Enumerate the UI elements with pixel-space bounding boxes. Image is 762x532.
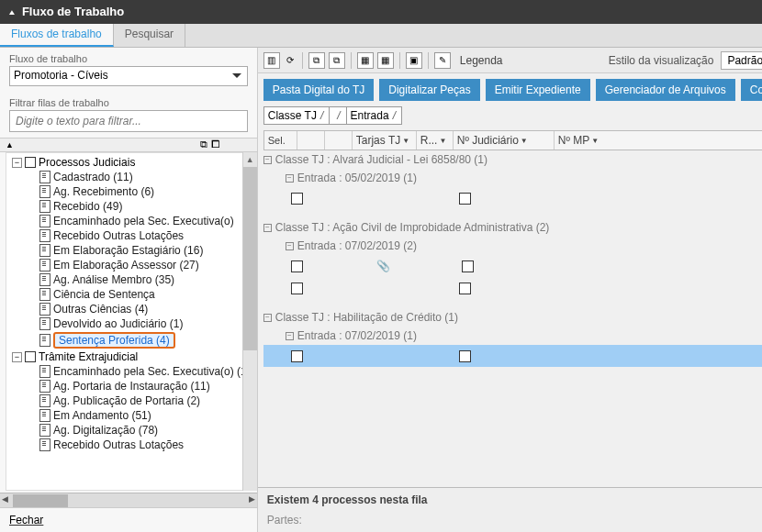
filter-queues-input[interactable] (9, 110, 248, 132)
digitalizar-button[interactable]: Digitalizar Peças (379, 79, 479, 101)
tree-tool-icons[interactable]: ⧉ ⧠ (200, 139, 220, 150)
filter-chips: Classe TJ/ / Entrada/ (258, 101, 762, 125)
tree-item[interactable]: Encaminhado pela Sec. Executiva(o) (36, 214, 251, 228)
col-nmp[interactable]: Nº MP▼ (555, 131, 762, 150)
col-sel[interactable]: Sel. (264, 131, 297, 150)
workflow-select[interactable]: Promotoria - Cíveis (9, 66, 248, 86)
tree-item[interactable]: Ciência de Sentença (36, 287, 251, 302)
tree-item[interactable]: Em Elaboração Estagiário (16) (36, 243, 251, 258)
tree-root[interactable]: − Processos Judiciais (8, 155, 251, 170)
row-checkbox[interactable] (291, 260, 303, 272)
toolbar-icon-2[interactable]: ⧉ (308, 52, 325, 69)
tree-item[interactable]: Ag. Digitalização (78) (36, 423, 251, 438)
document-icon (39, 334, 50, 347)
tree-item[interactable]: Em Elaboração Assessor (27) (36, 258, 251, 272)
document-icon (39, 394, 50, 407)
filter-queues-label: Filtrar filas de trabalho (9, 97, 248, 108)
workflow-tree[interactable]: − Processos Judiciais Cadastrado (11) Ag… (6, 152, 252, 491)
attachment-icon: 📎 (376, 260, 390, 272)
viz-style-label: Estilo da visualização (609, 54, 714, 67)
filter-classe-close[interactable]: / (330, 106, 346, 125)
group-entrada-1[interactable]: −Entrada : 05/02/2019 (1) (263, 169, 762, 187)
tree-item[interactable]: Cadastrado (11) (36, 170, 251, 184)
right-panel: ▥ ⟳ ⧉ ⧉ ▦ ▦ ▣ ✎ Legenda Estilo da visual… (258, 48, 762, 532)
toolbar-icon-5[interactable]: ▦ (377, 52, 394, 69)
col-blank2[interactable] (325, 131, 353, 150)
legend-label[interactable]: Legenda (460, 54, 503, 67)
window-title: Fluxo de Trabalho (0, 0, 762, 24)
toolbar-icon-6[interactable]: ▣ (406, 52, 422, 69)
col-blank1[interactable] (297, 131, 325, 150)
toolbar-icon-1[interactable]: ▥ (263, 52, 280, 69)
toolbar-icon-7[interactable]: ✎ (434, 52, 451, 69)
group-classe-2[interactable]: −Classe TJ : Ação Civil de Improbidade A… (263, 218, 762, 237)
data-row[interactable] (263, 277, 762, 299)
col-njud[interactable]: Nº Judiciário▼ (454, 131, 555, 150)
data-row-selected[interactable] (263, 345, 762, 367)
emitir-button[interactable]: Emitir Expediente (486, 79, 590, 101)
tree-item[interactable]: Recebido (49) (36, 199, 251, 214)
group-entrada-2[interactable]: −Entrada : 07/02/2019 (2) (263, 237, 762, 255)
data-row[interactable] (263, 187, 762, 209)
tree-item[interactable]: Ag. Análise Membro (35) (36, 272, 251, 287)
list-header: Sel. Tarjas TJ▼ R...▼ Nº Judiciário▼ Nº … (263, 130, 762, 150)
document-icon (39, 273, 50, 286)
collapse-icon[interactable]: − (12, 158, 22, 168)
tree-item[interactable]: Outras Ciências (4) (36, 302, 251, 316)
document-icon (39, 259, 50, 272)
pasta-digital-button[interactable]: Pasta Digital do TJ (263, 79, 375, 101)
group-classe-1[interactable]: −Classe TJ : Alvará Judicial - Lei 6858/… (263, 150, 762, 169)
tree-item[interactable]: Sentença Proferida (4) (36, 331, 251, 349)
row-checkbox2[interactable] (459, 283, 471, 294)
overflow-button[interactable]: Co (741, 79, 762, 101)
row-checkbox2[interactable] (462, 260, 474, 272)
tree-item[interactable]: Devolvido ao Judiciário (1) (36, 316, 251, 331)
right-toolbar: ▥ ⟳ ⧉ ⧉ ▦ ▦ ▣ ✎ Legenda Estilo da visual… (258, 48, 762, 73)
col-tarjas[interactable]: Tarjas TJ▼ (353, 131, 417, 150)
tree-item[interactable]: Ag. Publicação de Portaria (2) (36, 393, 251, 408)
toolbar-icon-3[interactable]: ⧉ (329, 52, 345, 69)
tree-item[interactable]: Encaminhado pela Sec. Executiva(o) (1) (36, 364, 251, 379)
status-count: Existem 4 processos nesta fila (258, 487, 762, 512)
list-body: −Classe TJ : Alvará Judicial - Lei 6858/… (263, 150, 762, 487)
document-icon (39, 380, 50, 393)
tree-item[interactable]: Em Andamento (51) (36, 408, 251, 423)
document-icon (39, 409, 50, 422)
viz-style-select[interactable]: Padrão (721, 51, 762, 70)
left-panel: Fluxo de trabalho Promotoria - Cíveis Fi… (0, 48, 258, 532)
tab-fluxos[interactable]: Fluxos de trabalho (0, 24, 114, 47)
filter-entrada[interactable]: Entrada/ (346, 106, 402, 125)
refresh-icon[interactable]: ⟳ (284, 52, 297, 69)
status-partes: Partes: (258, 512, 762, 532)
col-r[interactable]: R...▼ (417, 131, 454, 150)
gerenciador-button[interactable]: Gerenciador de Arquivos (596, 79, 735, 101)
tab-bar: Fluxos de trabalho Pesquisar (0, 24, 762, 48)
collapse-icon[interactable]: ▲ (6, 140, 14, 150)
group-classe-3[interactable]: −Classe TJ : Habilitação de Crédito (1) (263, 308, 762, 327)
workflow-label: Fluxo de trabalho (9, 53, 248, 64)
document-icon (39, 303, 50, 316)
row-checkbox[interactable] (291, 283, 303, 294)
row-checkbox2[interactable] (459, 350, 471, 362)
tree-hscroll[interactable] (0, 493, 257, 507)
group-entrada-3[interactable]: −Entrada : 07/02/2019 (1) (263, 327, 762, 345)
tree-scrollbar[interactable]: ▲ (242, 152, 257, 491)
row-checkbox2[interactable] (459, 193, 471, 205)
data-row[interactable]: 📎 (263, 255, 762, 277)
row-checkbox[interactable] (291, 193, 303, 205)
action-bar: Pasta Digital do TJ Digitalizar Peças Em… (258, 73, 762, 101)
document-icon (39, 171, 50, 183)
close-button[interactable]: Fechar (0, 507, 257, 532)
tree-item[interactable]: Ag. Portaria de Instauração (11) (36, 379, 251, 393)
tree-root[interactable]: − Trâmite Extrajudicial (8, 349, 251, 364)
collapse-icon[interactable]: − (12, 352, 22, 362)
tree-toolbar: ▲ ⧉ ⧠ (0, 138, 257, 152)
filter-classe[interactable]: Classe TJ/ (263, 106, 330, 125)
row-checkbox[interactable] (291, 350, 303, 362)
document-icon (39, 185, 50, 198)
tree-item[interactable]: Recebido Outras Lotações (36, 438, 251, 452)
tree-item[interactable]: Ag. Recebimento (6) (36, 184, 251, 199)
tab-pesquisar[interactable]: Pesquisar (114, 24, 185, 47)
tree-item[interactable]: Recebido Outras Lotações (36, 228, 251, 243)
toolbar-icon-4[interactable]: ▦ (357, 52, 374, 69)
